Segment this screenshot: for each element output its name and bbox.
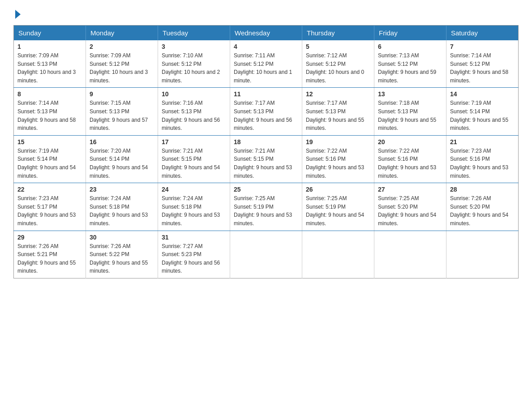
calendar-cell bbox=[230, 231, 302, 278]
day-info: Sunrise: 7:09 AMSunset: 5:12 PMDaylight:… bbox=[90, 52, 148, 84]
day-info: Sunrise: 7:24 AMSunset: 5:18 PMDaylight:… bbox=[90, 195, 148, 227]
calendar-cell: 21 Sunrise: 7:23 AMSunset: 5:16 PMDaylig… bbox=[446, 135, 519, 183]
day-number: 31 bbox=[162, 234, 226, 241]
logo-top bbox=[13, 9, 21, 19]
calendar-cell: 16 Sunrise: 7:20 AMSunset: 5:14 PMDaylig… bbox=[86, 135, 158, 183]
logo-arrow-icon bbox=[15, 10, 21, 19]
calendar-cell: 10 Sunrise: 7:16 AMSunset: 5:13 PMDaylig… bbox=[158, 88, 230, 135]
calendar-cell bbox=[302, 231, 374, 278]
calendar-cell: 9 Sunrise: 7:15 AMSunset: 5:13 PMDayligh… bbox=[86, 88, 158, 135]
weekday-header-wednesday: Wednesday bbox=[230, 26, 302, 41]
day-info: Sunrise: 7:25 AMSunset: 5:19 PMDaylight:… bbox=[234, 195, 292, 227]
calendar-cell: 27 Sunrise: 7:25 AMSunset: 5:20 PMDaylig… bbox=[374, 183, 446, 231]
day-info: Sunrise: 7:11 AMSunset: 5:12 PMDaylight:… bbox=[234, 52, 292, 84]
day-info: Sunrise: 7:18 AMSunset: 5:13 PMDaylight:… bbox=[378, 100, 436, 131]
calendar-cell: 18 Sunrise: 7:21 AMSunset: 5:15 PMDaylig… bbox=[230, 135, 302, 183]
day-info: Sunrise: 7:22 AMSunset: 5:16 PMDaylight:… bbox=[378, 148, 436, 179]
day-info: Sunrise: 7:12 AMSunset: 5:12 PMDaylight:… bbox=[306, 52, 364, 84]
page-header bbox=[13, 9, 519, 17]
day-info: Sunrise: 7:23 AMSunset: 5:17 PMDaylight:… bbox=[17, 195, 76, 227]
day-info: Sunrise: 7:26 AMSunset: 5:22 PMDaylight:… bbox=[90, 243, 148, 274]
weekday-header-thursday: Thursday bbox=[302, 26, 374, 41]
calendar-week-5: 29 Sunrise: 7:26 AMSunset: 5:21 PMDaylig… bbox=[14, 231, 519, 278]
weekday-header-monday: Monday bbox=[86, 26, 158, 41]
day-number: 14 bbox=[450, 90, 515, 98]
logo bbox=[13, 9, 21, 17]
day-info: Sunrise: 7:09 AMSunset: 5:13 PMDaylight:… bbox=[17, 52, 76, 84]
day-info: Sunrise: 7:16 AMSunset: 5:13 PMDaylight:… bbox=[162, 100, 220, 131]
calendar-cell: 23 Sunrise: 7:24 AMSunset: 5:18 PMDaylig… bbox=[86, 183, 158, 231]
day-number: 18 bbox=[234, 138, 298, 146]
day-number: 8 bbox=[17, 90, 82, 98]
day-number: 28 bbox=[450, 186, 515, 193]
day-info: Sunrise: 7:27 AMSunset: 5:23 PMDaylight:… bbox=[162, 243, 220, 274]
weekday-header-friday: Friday bbox=[374, 26, 446, 41]
calendar-cell: 7 Sunrise: 7:14 AMSunset: 5:12 PMDayligh… bbox=[446, 40, 519, 88]
calendar-cell: 17 Sunrise: 7:21 AMSunset: 5:15 PMDaylig… bbox=[158, 135, 230, 183]
calendar-cell: 22 Sunrise: 7:23 AMSunset: 5:17 PMDaylig… bbox=[14, 183, 86, 231]
day-info: Sunrise: 7:15 AMSunset: 5:13 PMDaylight:… bbox=[90, 100, 148, 131]
day-info: Sunrise: 7:21 AMSunset: 5:15 PMDaylight:… bbox=[234, 148, 292, 179]
weekday-header-sunday: Sunday bbox=[14, 26, 86, 41]
day-info: Sunrise: 7:13 AMSunset: 5:12 PMDaylight:… bbox=[378, 52, 436, 84]
day-number: 15 bbox=[17, 138, 82, 146]
day-number: 13 bbox=[378, 90, 442, 98]
day-number: 23 bbox=[90, 186, 154, 193]
day-info: Sunrise: 7:25 AMSunset: 5:19 PMDaylight:… bbox=[306, 195, 364, 227]
day-number: 19 bbox=[306, 138, 370, 146]
calendar-cell bbox=[446, 231, 519, 278]
calendar-table: SundayMondayTuesdayWednesdayThursdayFrid… bbox=[13, 25, 519, 278]
calendar-cell: 13 Sunrise: 7:18 AMSunset: 5:13 PMDaylig… bbox=[374, 88, 446, 135]
calendar-cell: 12 Sunrise: 7:17 AMSunset: 5:13 PMDaylig… bbox=[302, 88, 374, 135]
day-number: 30 bbox=[90, 234, 154, 241]
weekday-header-saturday: Saturday bbox=[446, 26, 519, 41]
weekday-header-tuesday: Tuesday bbox=[158, 26, 230, 41]
calendar-cell: 3 Sunrise: 7:10 AMSunset: 5:12 PMDayligh… bbox=[158, 40, 230, 88]
day-number: 16 bbox=[90, 138, 154, 146]
day-number: 3 bbox=[162, 43, 226, 50]
calendar-week-3: 15 Sunrise: 7:19 AMSunset: 5:14 PMDaylig… bbox=[14, 135, 519, 183]
calendar-cell: 14 Sunrise: 7:19 AMSunset: 5:14 PMDaylig… bbox=[446, 88, 519, 135]
calendar-cell: 2 Sunrise: 7:09 AMSunset: 5:12 PMDayligh… bbox=[86, 40, 158, 88]
day-info: Sunrise: 7:23 AMSunset: 5:16 PMDaylight:… bbox=[450, 148, 508, 179]
day-number: 25 bbox=[234, 186, 298, 193]
day-number: 2 bbox=[90, 43, 154, 50]
day-number: 11 bbox=[234, 90, 298, 98]
day-info: Sunrise: 7:24 AMSunset: 5:18 PMDaylight:… bbox=[162, 195, 220, 227]
day-info: Sunrise: 7:26 AMSunset: 5:21 PMDaylight:… bbox=[17, 243, 76, 274]
calendar-cell: 8 Sunrise: 7:14 AMSunset: 5:13 PMDayligh… bbox=[14, 88, 86, 135]
calendar-header-row: SundayMondayTuesdayWednesdayThursdayFrid… bbox=[14, 26, 519, 41]
day-number: 22 bbox=[17, 186, 82, 193]
calendar-cell: 6 Sunrise: 7:13 AMSunset: 5:12 PMDayligh… bbox=[374, 40, 446, 88]
calendar-cell: 29 Sunrise: 7:26 AMSunset: 5:21 PMDaylig… bbox=[14, 231, 86, 278]
day-info: Sunrise: 7:14 AMSunset: 5:12 PMDaylight:… bbox=[450, 52, 508, 84]
calendar-cell bbox=[374, 231, 446, 278]
calendar-cell: 1 Sunrise: 7:09 AMSunset: 5:13 PMDayligh… bbox=[14, 40, 86, 88]
calendar-cell: 26 Sunrise: 7:25 AMSunset: 5:19 PMDaylig… bbox=[302, 183, 374, 231]
calendar-cell: 30 Sunrise: 7:26 AMSunset: 5:22 PMDaylig… bbox=[86, 231, 158, 278]
day-info: Sunrise: 7:20 AMSunset: 5:14 PMDaylight:… bbox=[90, 148, 148, 179]
day-number: 17 bbox=[162, 138, 226, 146]
day-number: 26 bbox=[306, 186, 370, 193]
day-number: 12 bbox=[306, 90, 370, 98]
day-number: 4 bbox=[234, 43, 298, 50]
calendar-cell: 24 Sunrise: 7:24 AMSunset: 5:18 PMDaylig… bbox=[158, 183, 230, 231]
day-number: 21 bbox=[450, 138, 515, 146]
day-info: Sunrise: 7:25 AMSunset: 5:20 PMDaylight:… bbox=[378, 195, 436, 227]
calendar-week-2: 8 Sunrise: 7:14 AMSunset: 5:13 PMDayligh… bbox=[14, 88, 519, 135]
calendar-cell: 20 Sunrise: 7:22 AMSunset: 5:16 PMDaylig… bbox=[374, 135, 446, 183]
day-info: Sunrise: 7:22 AMSunset: 5:16 PMDaylight:… bbox=[306, 148, 364, 179]
day-number: 7 bbox=[450, 43, 515, 50]
calendar-cell: 11 Sunrise: 7:17 AMSunset: 5:13 PMDaylig… bbox=[230, 88, 302, 135]
calendar-cell: 4 Sunrise: 7:11 AMSunset: 5:12 PMDayligh… bbox=[230, 40, 302, 88]
day-number: 1 bbox=[17, 43, 82, 50]
day-number: 20 bbox=[378, 138, 442, 146]
day-number: 24 bbox=[162, 186, 226, 193]
calendar-cell: 15 Sunrise: 7:19 AMSunset: 5:14 PMDaylig… bbox=[14, 135, 86, 183]
day-number: 29 bbox=[17, 234, 82, 241]
day-info: Sunrise: 7:19 AMSunset: 5:14 PMDaylight:… bbox=[450, 100, 508, 131]
day-number: 9 bbox=[90, 90, 154, 98]
day-number: 6 bbox=[378, 43, 442, 50]
calendar-week-1: 1 Sunrise: 7:09 AMSunset: 5:13 PMDayligh… bbox=[14, 40, 519, 88]
day-info: Sunrise: 7:21 AMSunset: 5:15 PMDaylight:… bbox=[162, 148, 220, 179]
